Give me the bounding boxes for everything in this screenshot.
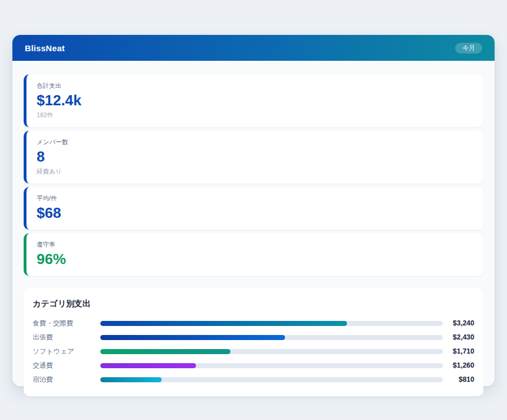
- stat-value: $68: [37, 205, 473, 222]
- category-bar-row: 食費・交際費$3,240: [33, 316, 474, 330]
- stat-cards: 合計支出$12.4k182件メンバー数8経費あり平均/件$68遵守率96%: [24, 74, 483, 276]
- bar-track: [100, 363, 443, 368]
- bar-fill: [100, 349, 230, 354]
- category-label: 宿泊費: [33, 375, 100, 385]
- bar-fill: [100, 335, 285, 340]
- stat-card: 遵守率96%: [24, 233, 483, 276]
- category-bar-row: 宿泊費$810: [33, 373, 474, 387]
- bar-fill: [100, 321, 347, 326]
- stat-card: メンバー数8経費あり: [24, 131, 483, 184]
- category-bars: 食費・交際費$3,240出張費$2,430ソフトウェア$1,710交通費$1,2…: [33, 316, 474, 387]
- stat-value: 96%: [37, 251, 473, 268]
- bar-track: [100, 321, 443, 326]
- bar-track: [100, 335, 443, 340]
- dashboard-panel: BlissNeat 今月 合計支出$12.4k182件メンバー数8経費あり平均/…: [12, 35, 495, 386]
- category-label: 交通費: [33, 361, 100, 370]
- category-value: $1,260: [443, 361, 474, 369]
- stat-card: 平均/件$68: [24, 187, 483, 230]
- stat-value: 8: [37, 149, 473, 166]
- category-label: 出張費: [33, 333, 100, 342]
- bar-track: [100, 349, 443, 354]
- bar-fill: [100, 377, 162, 382]
- period-badge[interactable]: 今月: [455, 43, 482, 53]
- category-label: ソフトウェア: [33, 347, 100, 356]
- chart-title: カテゴリ別支出: [33, 298, 474, 309]
- category-chart-card: カテゴリ別支出 食費・交際費$3,240出張費$2,430ソフトウェア$1,71…: [24, 288, 483, 396]
- category-value: $1,710: [443, 347, 474, 355]
- stat-label: メンバー数: [37, 138, 473, 146]
- bar-track: [100, 377, 443, 382]
- stat-card: 合計支出$12.4k182件: [24, 74, 483, 127]
- category-bar-row: 出張費$2,430: [33, 330, 474, 345]
- category-value: $810: [443, 376, 474, 383]
- stat-subtext: 経費あり: [37, 167, 473, 176]
- stat-label: 遵守率: [37, 240, 473, 249]
- category-bar-row: 交通費$1,260: [33, 359, 474, 373]
- bar-fill: [100, 363, 196, 368]
- category-value: $2,430: [443, 333, 474, 341]
- dashboard-content: 合計支出$12.4k182件メンバー数8経費あり平均/件$68遵守率96% カテ…: [12, 61, 495, 410]
- app-title: BlissNeat: [25, 43, 65, 53]
- category-bar-row: ソフトウェア$1,710: [33, 345, 474, 359]
- category-value: $3,240: [443, 319, 474, 327]
- stat-subtext: 182件: [37, 111, 473, 119]
- stat-label: 合計支出: [37, 82, 473, 90]
- app-header: BlissNeat 今月: [12, 35, 495, 61]
- stat-label: 平均/件: [37, 194, 473, 203]
- stat-value: $12.4k: [37, 92, 473, 109]
- category-label: 食費・交際費: [33, 319, 100, 328]
